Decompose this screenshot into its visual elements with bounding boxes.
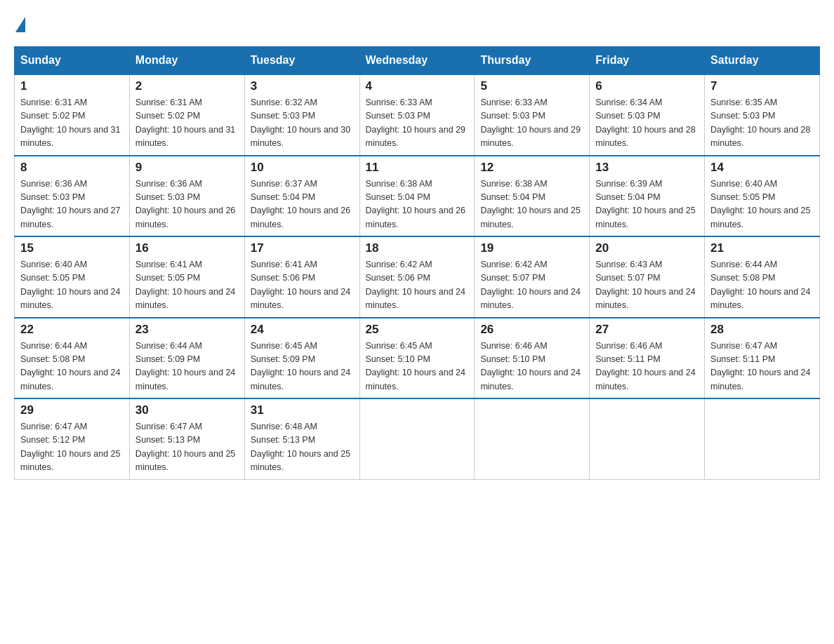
day-number: 28 <box>710 323 814 337</box>
page-header <box>14 14 820 32</box>
day-info: Sunrise: 6:34 AMSunset: 5:03 PMDaylight:… <box>595 96 699 151</box>
day-number: 31 <box>251 403 354 417</box>
table-row: 10Sunrise: 6:37 AMSunset: 5:04 PMDayligh… <box>244 156 359 237</box>
table-row: 2Sunrise: 6:31 AMSunset: 5:02 PMDaylight… <box>129 74 244 156</box>
day-info: Sunrise: 6:32 AMSunset: 5:03 PMDaylight:… <box>251 96 354 151</box>
table-row: 31Sunrise: 6:48 AMSunset: 5:13 PMDayligh… <box>244 398 359 479</box>
table-row: 9Sunrise: 6:36 AMSunset: 5:03 PMDaylight… <box>129 156 244 237</box>
day-info: Sunrise: 6:47 AMSunset: 5:13 PMDaylight:… <box>135 420 239 475</box>
day-info: Sunrise: 6:47 AMSunset: 5:12 PMDaylight:… <box>20 420 124 475</box>
day-info: Sunrise: 6:36 AMSunset: 5:03 PMDaylight:… <box>135 177 239 232</box>
day-number: 16 <box>135 241 239 255</box>
day-number: 14 <box>710 161 814 175</box>
day-number: 29 <box>20 403 124 417</box>
day-number: 5 <box>480 79 583 93</box>
day-number: 17 <box>251 241 354 255</box>
week-row-1: 1Sunrise: 6:31 AMSunset: 5:02 PMDaylight… <box>15 74 820 156</box>
day-info: Sunrise: 6:44 AMSunset: 5:08 PMDaylight:… <box>20 340 124 394</box>
day-number: 12 <box>480 161 583 175</box>
table-row <box>705 398 820 479</box>
table-row: 7Sunrise: 6:35 AMSunset: 5:03 PMDaylight… <box>705 74 820 156</box>
day-number: 18 <box>366 241 469 255</box>
day-info: Sunrise: 6:31 AMSunset: 5:02 PMDaylight:… <box>135 96 239 151</box>
table-row: 5Sunrise: 6:33 AMSunset: 5:03 PMDaylight… <box>475 74 590 156</box>
table-row: 18Sunrise: 6:42 AMSunset: 5:06 PMDayligh… <box>359 236 475 318</box>
day-info: Sunrise: 6:39 AMSunset: 5:04 PMDaylight:… <box>595 177 699 232</box>
day-info: Sunrise: 6:41 AMSunset: 5:06 PMDaylight:… <box>251 258 354 313</box>
week-row-2: 8Sunrise: 6:36 AMSunset: 5:03 PMDaylight… <box>15 156 820 237</box>
day-number: 15 <box>20 241 124 255</box>
day-info: Sunrise: 6:44 AMSunset: 5:09 PMDaylight:… <box>135 340 239 394</box>
table-row: 22Sunrise: 6:44 AMSunset: 5:08 PMDayligh… <box>15 318 130 399</box>
day-number: 30 <box>135 403 239 417</box>
day-number: 3 <box>251 79 354 93</box>
day-number: 20 <box>595 241 699 255</box>
col-thursday: Thursday <box>475 47 590 75</box>
day-number: 8 <box>20 161 124 175</box>
day-number: 6 <box>595 79 699 93</box>
day-info: Sunrise: 6:37 AMSunset: 5:04 PMDaylight:… <box>251 177 354 232</box>
table-row: 23Sunrise: 6:44 AMSunset: 5:09 PMDayligh… <box>129 318 244 399</box>
col-wednesday: Wednesday <box>359 47 475 75</box>
day-info: Sunrise: 6:33 AMSunset: 5:03 PMDaylight:… <box>366 96 469 151</box>
calendar-table: Sunday Monday Tuesday Wednesday Thursday… <box>14 46 820 480</box>
table-row: 8Sunrise: 6:36 AMSunset: 5:03 PMDaylight… <box>15 156 130 237</box>
day-info: Sunrise: 6:42 AMSunset: 5:06 PMDaylight:… <box>366 258 469 313</box>
day-info: Sunrise: 6:38 AMSunset: 5:04 PMDaylight:… <box>480 177 583 232</box>
day-number: 27 <box>595 323 699 337</box>
table-row: 19Sunrise: 6:42 AMSunset: 5:07 PMDayligh… <box>475 236 590 318</box>
day-number: 7 <box>710 79 814 93</box>
day-number: 11 <box>366 161 469 175</box>
day-number: 9 <box>135 161 239 175</box>
day-info: Sunrise: 6:40 AMSunset: 5:05 PMDaylight:… <box>710 177 814 232</box>
header-row: Sunday Monday Tuesday Wednesday Thursday… <box>15 47 820 75</box>
day-number: 4 <box>366 79 469 93</box>
day-info: Sunrise: 6:38 AMSunset: 5:04 PMDaylight:… <box>366 177 469 232</box>
week-row-5: 29Sunrise: 6:47 AMSunset: 5:12 PMDayligh… <box>15 398 820 479</box>
day-info: Sunrise: 6:42 AMSunset: 5:07 PMDaylight:… <box>480 258 583 313</box>
day-number: 1 <box>20 79 124 93</box>
table-row: 6Sunrise: 6:34 AMSunset: 5:03 PMDaylight… <box>590 74 705 156</box>
table-row: 13Sunrise: 6:39 AMSunset: 5:04 PMDayligh… <box>590 156 705 237</box>
day-info: Sunrise: 6:41 AMSunset: 5:05 PMDaylight:… <box>135 258 239 313</box>
table-row: 12Sunrise: 6:38 AMSunset: 5:04 PMDayligh… <box>475 156 590 237</box>
table-row: 27Sunrise: 6:46 AMSunset: 5:11 PMDayligh… <box>590 318 705 399</box>
day-number: 23 <box>135 323 239 337</box>
table-row: 11Sunrise: 6:38 AMSunset: 5:04 PMDayligh… <box>359 156 475 237</box>
table-row: 16Sunrise: 6:41 AMSunset: 5:05 PMDayligh… <box>129 236 244 318</box>
day-number: 19 <box>480 241 583 255</box>
table-row: 20Sunrise: 6:43 AMSunset: 5:07 PMDayligh… <box>590 236 705 318</box>
logo <box>14 14 25 32</box>
table-row: 29Sunrise: 6:47 AMSunset: 5:12 PMDayligh… <box>15 398 130 479</box>
day-info: Sunrise: 6:47 AMSunset: 5:11 PMDaylight:… <box>710 340 814 394</box>
table-row: 1Sunrise: 6:31 AMSunset: 5:02 PMDaylight… <box>15 74 130 156</box>
day-info: Sunrise: 6:36 AMSunset: 5:03 PMDaylight:… <box>20 177 124 232</box>
day-number: 25 <box>366 323 469 337</box>
table-row: 14Sunrise: 6:40 AMSunset: 5:05 PMDayligh… <box>705 156 820 237</box>
day-number: 24 <box>251 323 354 337</box>
col-tuesday: Tuesday <box>244 47 359 75</box>
day-info: Sunrise: 6:35 AMSunset: 5:03 PMDaylight:… <box>710 96 814 151</box>
day-info: Sunrise: 6:48 AMSunset: 5:13 PMDaylight:… <box>251 420 354 475</box>
table-row <box>590 398 705 479</box>
day-info: Sunrise: 6:43 AMSunset: 5:07 PMDaylight:… <box>595 258 699 313</box>
table-row: 15Sunrise: 6:40 AMSunset: 5:05 PMDayligh… <box>15 236 130 318</box>
table-row <box>475 398 590 479</box>
day-number: 26 <box>480 323 583 337</box>
day-info: Sunrise: 6:33 AMSunset: 5:03 PMDaylight:… <box>480 96 583 151</box>
day-info: Sunrise: 6:40 AMSunset: 5:05 PMDaylight:… <box>20 258 124 313</box>
week-row-3: 15Sunrise: 6:40 AMSunset: 5:05 PMDayligh… <box>15 236 820 318</box>
table-row: 17Sunrise: 6:41 AMSunset: 5:06 PMDayligh… <box>244 236 359 318</box>
day-number: 2 <box>135 79 239 93</box>
table-row: 24Sunrise: 6:45 AMSunset: 5:09 PMDayligh… <box>244 318 359 399</box>
day-number: 13 <box>595 161 699 175</box>
day-number: 10 <box>251 161 354 175</box>
day-info: Sunrise: 6:46 AMSunset: 5:11 PMDaylight:… <box>595 340 699 394</box>
day-info: Sunrise: 6:46 AMSunset: 5:10 PMDaylight:… <box>480 340 583 394</box>
day-number: 21 <box>710 241 814 255</box>
day-info: Sunrise: 6:44 AMSunset: 5:08 PMDaylight:… <box>710 258 814 313</box>
day-number: 22 <box>20 323 124 337</box>
col-friday: Friday <box>590 47 705 75</box>
table-row: 25Sunrise: 6:45 AMSunset: 5:10 PMDayligh… <box>359 318 475 399</box>
col-monday: Monday <box>129 47 244 75</box>
